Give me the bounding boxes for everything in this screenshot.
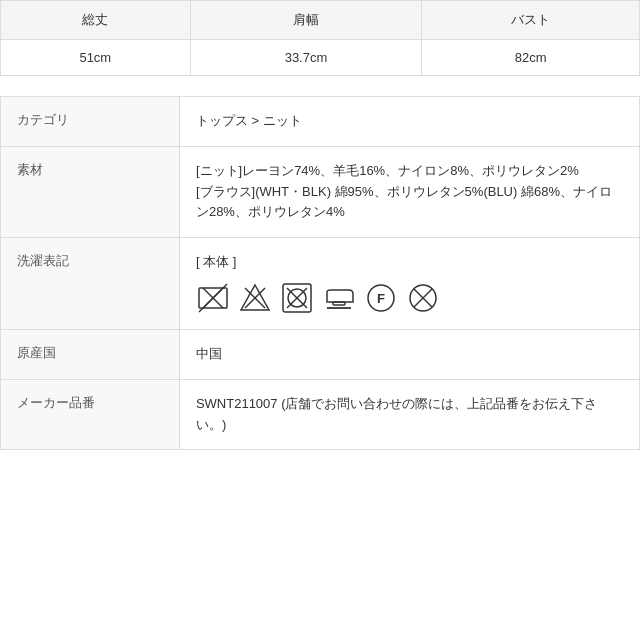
care-no-bleach-icon [238,281,272,315]
label-material: 素材 [1,146,180,237]
care-iron-icon [322,281,356,315]
value-total-length: 51cm [1,40,191,76]
header-bust: バスト [422,1,640,40]
care-symbols-row: F [196,281,623,315]
value-material: [ニット]レーヨン74%、羊毛16%、ナイロン8%、ポリウレタン2%[ブラウス]… [179,146,639,237]
row-model-number: メーカー品番 SWNT211007 (店舗でお問い合わせの際には、上記品番をお伝… [1,379,640,450]
care-no-wash-icon [196,281,230,315]
value-model-number: SWNT211007 (店舗でお問い合わせの際には、上記品番をお伝え下さい。) [179,379,639,450]
label-category: カテゴリ [1,97,180,147]
header-shoulder-width: 肩幅 [190,1,422,40]
row-origin: 原産国 中国 [1,329,640,379]
svg-rect-11 [333,302,345,305]
row-category: カテゴリ トップス > ニット [1,97,640,147]
svg-text:F: F [377,291,385,306]
header-total-length: 総丈 [1,1,191,40]
row-care: 洗濯表記 [ 本体 ] [1,238,640,330]
label-care: 洗濯表記 [1,238,180,330]
material-text: [ニット]レーヨン74%、羊毛16%、ナイロン8%、ポリウレタン2%[ブラウス]… [196,163,612,220]
care-f-circle-icon: F [364,281,398,315]
value-care: [ 本体 ] [179,238,639,330]
value-category: トップス > ニット [179,97,639,147]
value-bust: 82cm [422,40,640,76]
measurements-table: 総丈 肩幅 バスト 51cm 33.7cm 82cm [0,0,640,76]
value-shoulder-width: 33.7cm [190,40,422,76]
spacer [0,76,640,96]
row-material: 素材 [ニット]レーヨン74%、羊毛16%、ナイロン8%、ポリウレタン2%[ブラ… [1,146,640,237]
label-model-number: メーカー品番 [1,379,180,450]
care-body-label: [ 本体 ] [196,252,623,273]
label-origin: 原産国 [1,329,180,379]
value-origin: 中国 [179,329,639,379]
care-no-professional-icon [406,281,440,315]
details-table: カテゴリ トップス > ニット 素材 [ニット]レーヨン74%、羊毛16%、ナイ… [0,96,640,450]
care-no-tumble-icon [280,281,314,315]
